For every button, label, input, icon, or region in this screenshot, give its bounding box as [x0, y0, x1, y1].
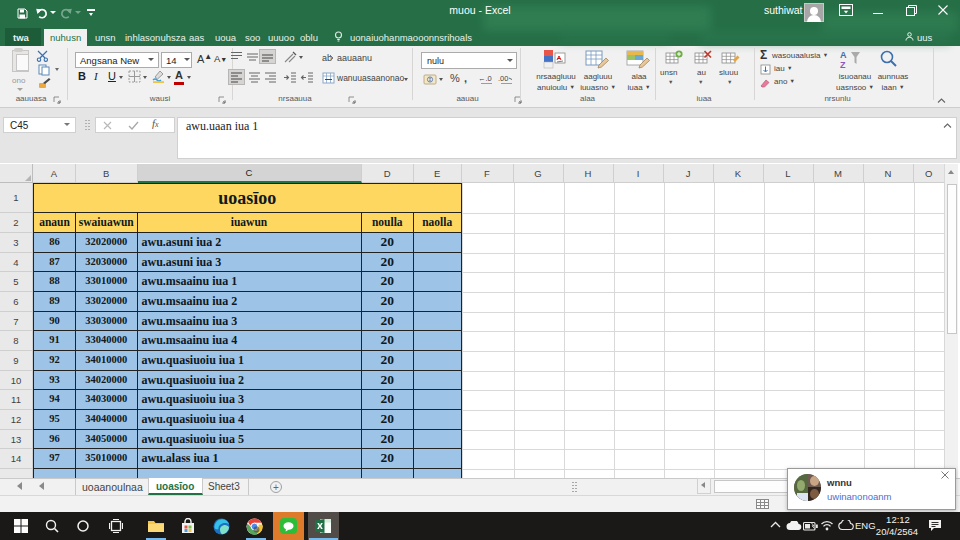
svg-text:Z: Z [840, 60, 846, 69]
svg-text:←.0: ←.0 [478, 74, 492, 83]
svg-text:A: A [840, 50, 847, 60]
svg-text:ab: ab [322, 53, 332, 63]
svg-text:.00: .00 [498, 74, 508, 83]
